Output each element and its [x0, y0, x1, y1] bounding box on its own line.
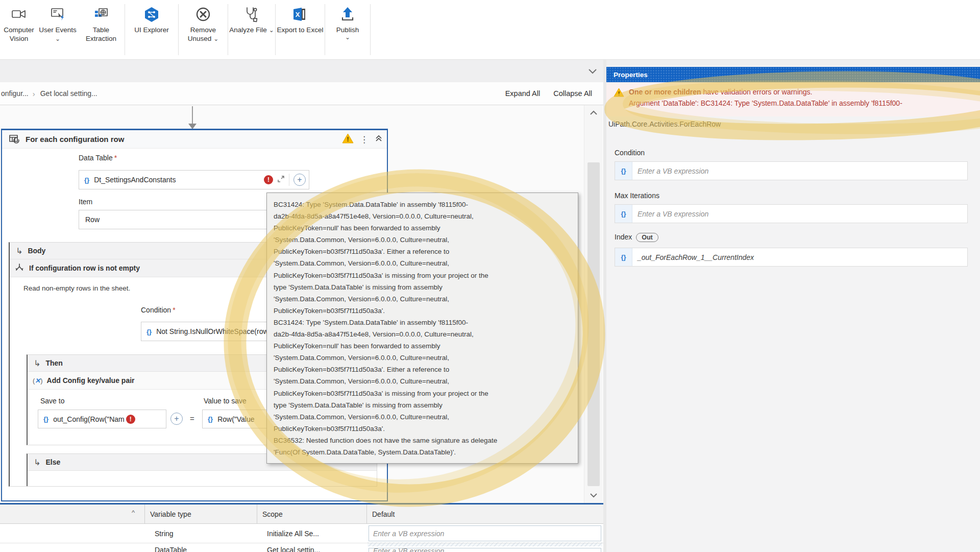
data-table-field[interactable]: {} Dt_SettingsAndConstants ! + [79, 170, 309, 189]
property-max-iterations-field[interactable]: {} Enter a VB expression [615, 204, 968, 223]
canvas-actions: Expand All Collapse All [505, 82, 592, 105]
collapse-activity-icon[interactable] [375, 134, 383, 145]
breadcrumb-item-root[interactable]: onfigur... [1, 89, 29, 98]
item-value: Row [79, 215, 100, 224]
uipath-studio-window: Computer Vision User Events ⌄ Table Extr… [0, 0, 980, 552]
max-iterations-placeholder: Enter a VB expression [632, 210, 708, 218]
then-label: Then [45, 359, 62, 367]
ui-explorer-icon [143, 5, 160, 23]
sort-ascending-icon[interactable]: ^ [132, 509, 135, 516]
toolbar-button-analyze-file[interactable]: Analyze File ⌄ [228, 1, 275, 58]
validation-error-icon[interactable]: ! [126, 415, 135, 424]
vb-expression-icon: {} [38, 415, 53, 423]
vb-expression-icon: {} [203, 415, 217, 423]
condition-value: Not String.IsNullOrWhiteSpace(row("N [156, 327, 278, 335]
toolbar-label: Publish [336, 26, 359, 34]
toolbar-button-export-to-excel[interactable]: X Export to Excel [276, 1, 325, 58]
assign-activity-title: Add Config key/value pair [47, 376, 135, 385]
dropdown-caret-icon: ⌄ [345, 35, 350, 40]
open-expression-editor-icon[interactable] [277, 175, 285, 185]
export-to-excel-icon: X [291, 5, 309, 23]
toolbar-label: Analyze File ⌄ [229, 26, 274, 34]
collapse-ribbon-icon[interactable] [586, 65, 599, 78]
toolbar-label: UI Explorer [134, 26, 169, 34]
value-to-save-label: Value to save [204, 397, 247, 405]
variable-type-cell[interactable]: DataTable [150, 546, 257, 552]
save-to-value: out_Config(Row("Nam [53, 415, 125, 423]
save-to-label: Save to [40, 397, 64, 405]
property-index-label: IndexOut [615, 233, 658, 242]
breadcrumb-chevron-icon: › [33, 89, 35, 98]
data-table-label: Data Table* [79, 154, 117, 162]
remove-unused-icon [195, 5, 211, 23]
save-to-field[interactable]: {} out_Config(Row("Nam ! [38, 410, 166, 428]
dropdown-caret-icon: ⌄ [213, 35, 218, 42]
return-arrow-icon: ↳ [34, 358, 40, 368]
collapse-all-link[interactable]: Collapse All [553, 89, 592, 98]
assign-icon: (✕) [33, 377, 43, 385]
property-condition-label: Condition [615, 149, 645, 157]
svg-text:!: ! [618, 90, 620, 97]
toolbar-button-computer-vision[interactable]: Computer Vision [0, 1, 38, 58]
scrollbar-thumb[interactable] [587, 162, 600, 486]
column-header-variable-type[interactable]: Variable type [144, 505, 257, 524]
toolbar-button-table-extraction[interactable]: Table Extraction [78, 1, 125, 58]
properties-validation-warning: ! One or more children have validation e… [606, 82, 980, 116]
column-header-scope[interactable]: Scope [257, 505, 366, 524]
property-condition-field[interactable]: {} Enter a VB expression [615, 161, 968, 180]
svg-text:X: X [296, 11, 300, 18]
analyze-file-icon [243, 5, 260, 23]
required-mark: * [173, 306, 175, 314]
for-each-activity-header[interactable]: For each configuration row ! ⋮ [2, 130, 387, 149]
if-activity-title: If configuration row is not empty [29, 264, 140, 272]
variable-default-field[interactable]: Enter a VB expression [369, 525, 601, 541]
property-max-iterations-label: Max Iterations [615, 191, 659, 200]
computer-vision-icon [10, 5, 28, 23]
toolbar-label: Export to Excel [277, 26, 324, 34]
warning-message-line1: One or more children have validation err… [629, 88, 812, 96]
validation-error-tooltip: BC31424: Type 'System.Data.DataTable' in… [266, 193, 578, 464]
property-index-field[interactable]: {} _out_ForEachRow_1__CurrentIndex [615, 248, 968, 267]
column-header-default[interactable]: Default [366, 505, 603, 524]
breadcrumb-item-current[interactable]: Get local setting... [40, 89, 97, 98]
validation-error-icon[interactable]: ! [264, 175, 273, 184]
return-arrow-icon: ↳ [16, 246, 22, 256]
sequence-connector-line [192, 106, 193, 125]
toolbar-button-ui-explorer[interactable]: UI Explorer [125, 1, 178, 58]
variable-default-field[interactable]: Enter a VB expression [369, 548, 601, 552]
toolbar-label: Remove Unused ⌄ [179, 26, 228, 43]
properties-title-bar[interactable]: Properties [606, 67, 980, 82]
branch-icon [14, 262, 25, 274]
properties-panel: Properties ! One or more children have v… [606, 65, 980, 552]
body-label: Body [28, 247, 45, 255]
activity-menu-kebab-icon[interactable]: ⋮ [360, 135, 369, 144]
index-value: _out_ForEachRow_1__CurrentIndex [632, 253, 754, 261]
if-annotation: Read non-empty rows in the sheet. [23, 284, 130, 292]
vb-expression-icon: {} [615, 205, 632, 223]
else-label: Else [45, 458, 60, 466]
out-direction-badge: Out [636, 233, 658, 242]
required-mark: * [114, 154, 117, 162]
dropdown-caret-icon: ⌄ [55, 35, 60, 42]
toolbar-button-user-events[interactable]: User Events ⌄ [38, 1, 78, 58]
variable-scope-cell[interactable]: Get local settin... [262, 546, 366, 552]
add-expression-plus-icon[interactable]: + [293, 174, 306, 186]
canvas-vertical-scrollbar[interactable] [584, 105, 602, 503]
item-label: Item [79, 198, 92, 206]
return-arrow-icon: ↳ [34, 458, 40, 467]
activity-title: For each configuration row [26, 135, 124, 143]
scroll-up-icon[interactable] [588, 107, 599, 118]
toolbar-button-remove-unused[interactable]: Remove Unused ⌄ [179, 1, 228, 58]
condition-placeholder: Enter a VB expression [632, 167, 708, 175]
dropdown-caret-icon: ⌄ [269, 27, 274, 34]
validation-warning-icon[interactable]: ! [342, 133, 354, 146]
variable-scope-cell[interactable]: Initialize All Se... [262, 524, 366, 543]
scroll-down-icon[interactable] [588, 490, 599, 501]
variable-type-cell[interactable]: String [150, 524, 257, 543]
expand-all-link[interactable]: Expand All [505, 89, 541, 98]
add-expression-plus-icon[interactable]: + [170, 413, 183, 425]
toolbar-button-publish[interactable]: Publish ⌄ [325, 1, 370, 58]
breadcrumb: onfigur... › Get local setting... Expand… [0, 82, 603, 105]
properties-title: Properties [614, 71, 648, 79]
table-extraction-icon [92, 5, 110, 23]
